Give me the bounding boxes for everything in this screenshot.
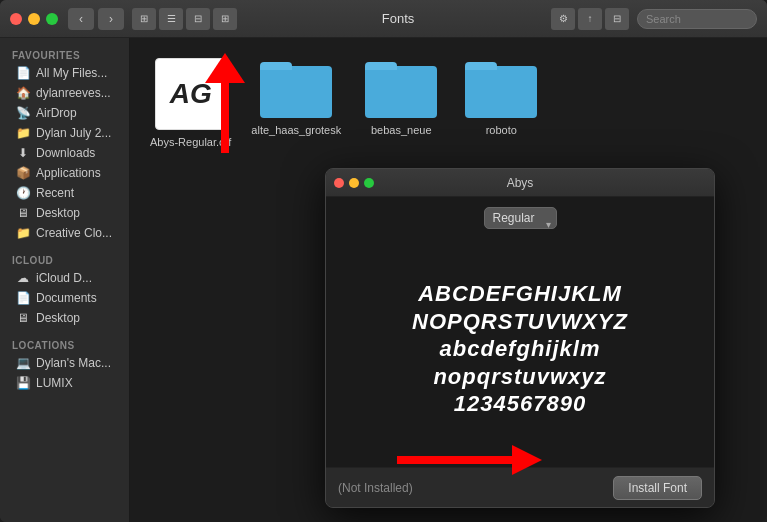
font-icon-text: AG <box>170 78 212 110</box>
file-item-roboto[interactable]: roboto <box>461 58 541 148</box>
settings-button[interactable]: ⚙ <box>551 8 575 30</box>
folder-icon: 📁 <box>16 126 30 140</box>
arrange-button[interactable]: ⊟ <box>605 8 629 30</box>
preview-window-title: Abys <box>507 176 534 190</box>
preview-line-1: ABCDEFGHIJKLM <box>412 280 628 308</box>
sidebar-item-desktop-icloud[interactable]: 🖥 Desktop <box>4 308 125 328</box>
finder-window: ‹ › ⊞ ☰ ⊟ ⊞ Fonts ⚙ ↑ ⊟ Search Favourite… <box>0 0 767 522</box>
folder-graphic <box>465 58 537 118</box>
action-controls: ⚙ ↑ ⊟ <box>551 8 629 30</box>
view-controls: ⊞ ☰ ⊟ ⊞ <box>132 8 237 30</box>
nav-buttons: ‹ › <box>68 8 124 30</box>
sidebar-item-label: Dylan July 2... <box>36 126 111 140</box>
font-preview-display: ABCDEFGHIJKLM NOPQRSTUVWXYZ abcdefghijkl… <box>412 241 628 457</box>
airdrop-icon: 📡 <box>16 106 30 120</box>
sidebar-item-label: LUMIX <box>36 376 73 390</box>
preview-traffic-lights <box>334 178 374 188</box>
preview-maximize-button[interactable] <box>364 178 374 188</box>
install-font-button[interactable]: Install Font <box>613 476 702 500</box>
column-view-button[interactable]: ⊟ <box>186 8 210 30</box>
traffic-lights <box>10 13 58 25</box>
drive-icon: 💾 <box>16 376 30 390</box>
share-button[interactable]: ↑ <box>578 8 602 30</box>
search-box: Search <box>637 9 757 29</box>
sidebar-item-label: Documents <box>36 291 97 305</box>
folder-icon: 📁 <box>16 226 30 240</box>
sidebar: Favourites 📄 All My Files... 🏠 dylanreev… <box>0 38 130 522</box>
sidebar-item-label: Recent <box>36 186 74 200</box>
download-icon: ⬇ <box>16 146 30 160</box>
home-icon: 🏠 <box>16 86 30 100</box>
sidebar-item-icloud-drive[interactable]: ☁ iCloud D... <box>4 268 125 288</box>
search-placeholder: Search <box>646 13 681 25</box>
sidebar-item-label: Desktop <box>36 311 80 325</box>
sidebar-item-applications[interactable]: 📦 Applications <box>4 163 125 183</box>
list-view-button[interactable]: ☰ <box>159 8 183 30</box>
sidebar-item-label: All My Files... <box>36 66 107 80</box>
gallery-view-button[interactable]: ⊞ <box>213 8 237 30</box>
sidebar-item-label: AirDrop <box>36 106 77 120</box>
icloud-label: iCloud <box>0 251 129 268</box>
file-name: alte_haas_grotesk <box>251 124 341 136</box>
sidebar-item-documents[interactable]: 📄 Documents <box>4 288 125 308</box>
desktop-icon: 🖥 <box>16 206 30 220</box>
sidebar-item-label: dylanreeves... <box>36 86 111 100</box>
preview-line-3: abcdefghijklm <box>412 335 628 363</box>
maximize-button[interactable] <box>46 13 58 25</box>
main-area: Favourites 📄 All My Files... 🏠 dylanreev… <box>0 38 767 522</box>
preview-minimize-button[interactable] <box>349 178 359 188</box>
style-selector[interactable]: Regular <box>484 207 557 229</box>
laptop-icon: 💻 <box>16 356 30 370</box>
sidebar-item-label: Dylan's Mac... <box>36 356 111 370</box>
sidebar-item-label: Applications <box>36 166 101 180</box>
sidebar-item-label: iCloud D... <box>36 271 92 285</box>
icon-view-button[interactable]: ⊞ <box>132 8 156 30</box>
minimize-button[interactable] <box>28 13 40 25</box>
sidebar-item-label: Creative Clo... <box>36 226 112 240</box>
preview-close-button[interactable] <box>334 178 344 188</box>
close-button[interactable] <box>10 13 22 25</box>
sidebar-item-dylans-mac[interactable]: 💻 Dylan's Mac... <box>4 353 125 373</box>
not-installed-label: (Not Installed) <box>338 481 413 495</box>
font-file-icon: AG <box>155 58 227 130</box>
file-item-alte[interactable]: alte_haas_grotesk <box>251 58 341 148</box>
sidebar-item-all-my-files[interactable]: 📄 All My Files... <box>4 63 125 83</box>
file-item-abys[interactable]: AG Abys-Regular.otf <box>150 58 231 148</box>
style-selector-wrapper: Regular <box>484 207 557 241</box>
sidebar-item-label: Downloads <box>36 146 95 160</box>
file-item-bebas[interactable]: bebas_neue <box>361 58 441 148</box>
sidebar-item-downloads[interactable]: ⬇ Downloads <box>4 143 125 163</box>
apps-icon: 📦 <box>16 166 30 180</box>
folder-graphic <box>260 58 332 118</box>
cloud-icon: ☁ <box>16 271 30 285</box>
back-button[interactable]: ‹ <box>68 8 94 30</box>
content-area: AG Abys-Regular.otf alte_haas_grotesk be… <box>130 38 767 522</box>
sidebar-item-recent[interactable]: 🕐 Recent <box>4 183 125 203</box>
clock-icon: 🕐 <box>16 186 30 200</box>
window-title: Fonts <box>245 11 551 26</box>
sidebar-item-label: Desktop <box>36 206 80 220</box>
sidebar-item-creative-cloud[interactable]: 📁 Creative Clo... <box>4 223 125 243</box>
title-bar: ‹ › ⊞ ☰ ⊟ ⊞ Fonts ⚙ ↑ ⊟ Search <box>0 0 767 38</box>
file-name: Abys-Regular.otf <box>150 136 231 148</box>
preview-title-bar: Abys <box>326 169 714 197</box>
file-name: bebas_neue <box>371 124 432 136</box>
forward-button[interactable]: › <box>98 8 124 30</box>
desktop-icon: 🖥 <box>16 311 30 325</box>
document-icon: 📄 <box>16 291 30 305</box>
sidebar-item-dylanreeves[interactable]: 🏠 dylanreeves... <box>4 83 125 103</box>
file-icon: 📄 <box>16 66 30 80</box>
favourites-label: Favourites <box>0 46 129 63</box>
file-name: roboto <box>486 124 517 136</box>
preview-footer: (Not Installed) Install Font <box>326 467 714 507</box>
preview-line-4: nopqrstuvwxyz <box>412 363 628 391</box>
sidebar-item-lumix[interactable]: 💾 LUMIX <box>4 373 125 393</box>
sidebar-item-dylan-july[interactable]: 📁 Dylan July 2... <box>4 123 125 143</box>
font-preview-window: Abys Regular ABCDEFGHIJKLM NOPQRSTUVWXYZ… <box>325 168 715 508</box>
locations-label: Locations <box>0 336 129 353</box>
sidebar-item-desktop[interactable]: 🖥 Desktop <box>4 203 125 223</box>
sidebar-item-airdrop[interactable]: 📡 AirDrop <box>4 103 125 123</box>
preview-line-5: 1234567890 <box>412 390 628 418</box>
folder-graphic <box>365 58 437 118</box>
preview-content: Regular ABCDEFGHIJKLM NOPQRSTUVWXYZ abcd… <box>326 197 714 467</box>
